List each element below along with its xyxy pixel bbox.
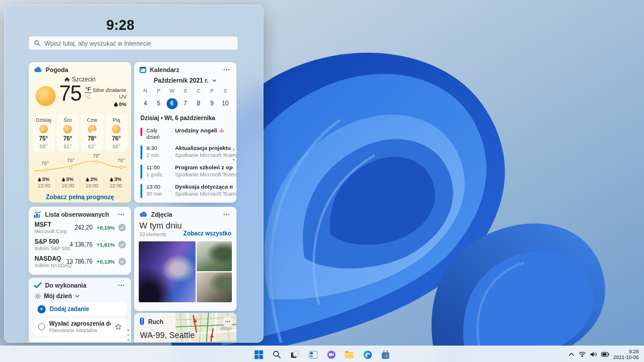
traffic-icon: [139, 317, 145, 325]
calendar-event[interactable]: 11:00 1 godz. Program szkoleń z opowia..…: [141, 162, 233, 181]
todo-check-icon: [34, 282, 42, 288]
droplet-icon: [86, 177, 89, 182]
task-view-icon[interactable]: [289, 348, 302, 361]
traffic-route: WA-99, Seattle: [134, 325, 237, 340]
my-day-selector[interactable]: Mój dzień: [29, 292, 131, 302]
event-list: Cały dzień Urodziny Angeli 9:30 2 min Ak: [134, 124, 237, 200]
scroll-indicator[interactable]: [128, 329, 129, 341]
droplet-icon: [38, 177, 41, 182]
scroll-indicator[interactable]: [233, 149, 235, 160]
droplet-icon: [62, 177, 65, 182]
search-input[interactable]: [44, 40, 232, 47]
chevron-down-icon: [75, 295, 80, 298]
more-options-icon[interactable]: [222, 211, 231, 218]
stock-row[interactable]: S&P 500 Indeks S&P 500 4 136,76 +1,61%: [29, 236, 131, 253]
full-forecast-link[interactable]: Zobacz pełną prognozę: [29, 193, 131, 200]
volume-icon[interactable]: [590, 351, 597, 357]
photos-title: Zdjęcia: [151, 211, 172, 218]
calendar-date[interactable]: 4: [139, 98, 152, 109]
watchlist-widget[interactable]: Lista obserwowanych MSFT Microsoft Corp.…: [29, 207, 131, 275]
battery-icon[interactable]: [601, 352, 609, 357]
tray-time: 9:28: [614, 349, 639, 354]
on-this-day-heading: W tym dniu: [139, 221, 182, 230]
calendar-title: Kalendarz: [150, 66, 179, 73]
tray-clock[interactable]: 9:28 2021-10-06: [614, 349, 639, 360]
more-options-icon[interactable]: [117, 211, 126, 218]
watch-check-icon[interactable]: [118, 241, 126, 248]
chat-icon[interactable]: [325, 348, 338, 361]
web-search-bar[interactable]: [29, 36, 238, 50]
widgets-panel: 9:28 Pogoda Szczecin: [4, 5, 263, 343]
todo-title: Do wykonania: [45, 282, 87, 289]
add-task-button[interactable]: + Dodaj zadanie: [33, 302, 126, 316]
sunny-icon: [112, 125, 121, 134]
weather-current: 75 °F °C Silne działanie UV 0%: [29, 84, 131, 112]
sunny-icon: [63, 125, 72, 134]
hourly-slot: 3% 22:00: [104, 176, 128, 189]
start-button[interactable]: [252, 348, 265, 361]
droplet-icon: [114, 102, 118, 107]
forecast-day[interactable]: Śro 76° 61°: [57, 114, 80, 152]
month-selector[interactable]: Październik 2021 r.: [134, 77, 237, 84]
traffic-status: Moderate traffic: [134, 340, 237, 343]
partly-cloudy-icon: [88, 125, 97, 134]
taskbar-search-icon[interactable]: [270, 348, 283, 361]
photos-cloud-icon: [139, 211, 148, 217]
hourly-slot: 0% 13:00: [32, 176, 56, 189]
task-item[interactable]: Wysłać zaproszenia do prze.. Planowanie …: [33, 318, 126, 336]
calendar-event[interactable]: Cały dzień Urodziny Angeli: [141, 125, 233, 142]
taskbar: 9:28 2021-10-06: [0, 346, 644, 362]
edge-icon[interactable]: [361, 348, 374, 361]
more-options-icon[interactable]: [222, 66, 231, 73]
droplet-icon: [110, 177, 113, 182]
weekday-header: N P W Ś C P S: [134, 88, 237, 94]
week-dates-row: 4 5 6 7 8 9 10: [134, 98, 237, 109]
calendar-date[interactable]: 7: [179, 98, 192, 109]
forecast-day[interactable]: Pią 76° 58°: [105, 114, 128, 152]
photo-thumb[interactable]: [197, 241, 232, 271]
watch-check-icon[interactable]: [118, 224, 126, 231]
see-all-link[interactable]: Zobacz wszystko: [183, 230, 231, 237]
calendar-date[interactable]: 5: [152, 98, 166, 109]
current-temp: 75: [59, 81, 81, 106]
watchlist-title: Lista obserwowanych: [45, 211, 109, 218]
watch-check-icon[interactable]: [118, 258, 126, 265]
wifi-icon[interactable]: [578, 351, 586, 357]
calendar-event[interactable]: 9:30 2 min Aktualizacja projektu Spotkan…: [141, 142, 233, 162]
photo-collage: [139, 241, 232, 302]
calendar-date[interactable]: 8: [192, 98, 205, 109]
star-icon[interactable]: [115, 323, 122, 330]
sunny-icon: [39, 125, 48, 134]
calendar-widget[interactable]: Kalendarz Październik 2021 r. N P W Ś C …: [134, 62, 237, 203]
task-checkbox[interactable]: [38, 323, 45, 330]
chevron-up-icon[interactable]: [568, 353, 574, 356]
photos-heading-row: W tym dniu 33 elementy Zobacz wszystko: [134, 221, 237, 237]
more-options-icon[interactable]: [117, 282, 126, 289]
photo-thumb[interactable]: [197, 272, 232, 302]
calendar-date[interactable]: 9: [205, 98, 219, 109]
calendar-icon: [139, 66, 146, 73]
calendar-date-selected[interactable]: 6: [165, 98, 179, 109]
stocks-chart-icon: [34, 211, 42, 218]
widgets-icon[interactable]: [307, 348, 320, 361]
desktop: 9:28 Pogoda Szczecin: [0, 0, 644, 362]
calendar-event[interactable]: 13:00 30 min Dyskusja dotycząca market..…: [141, 181, 233, 200]
calendar-date[interactable]: 10: [218, 98, 232, 109]
hourly-temp-sparkline: 75° 76° 78° 76°: [29, 153, 131, 175]
microsoft-store-icon[interactable]: [379, 348, 392, 361]
forecast-day[interactable]: Dzisiaj 75° 58°: [32, 114, 55, 152]
precip-now: 0%: [114, 101, 126, 107]
task-item-partial[interactable]: [33, 338, 126, 343]
photos-widget[interactable]: Zdjęcia W tym dniu 33 elementy Zobacz ws…: [134, 207, 237, 311]
todo-widget[interactable]: Do wykonania Mój dzień + Dodaj zadanie: [29, 278, 131, 343]
stock-row[interactable]: MSFT Microsoft Corp. 242,20 +0,19%: [29, 219, 131, 236]
photo-thumb[interactable]: [139, 241, 196, 302]
file-explorer-icon[interactable]: [343, 348, 356, 361]
stock-row[interactable]: NASDAQ Indeks NASDAQ 13 786,76 +0,13%: [29, 253, 131, 270]
forecast-day[interactable]: Czw 78° 62°: [81, 114, 104, 152]
weather-widget[interactable]: Pogoda Szczecin 75 °F °C Silne działanie…: [29, 62, 131, 203]
chevron-down-icon: [212, 79, 217, 82]
panel-clock: 9:28: [5, 17, 236, 33]
traffic-widget[interactable]: Ruch WA-99, Seattle Moderate traffic: [134, 313, 237, 343]
daily-forecast: Dzisiaj 75° 58° Śro 76° 61° Czw 78° 62°: [29, 112, 131, 152]
